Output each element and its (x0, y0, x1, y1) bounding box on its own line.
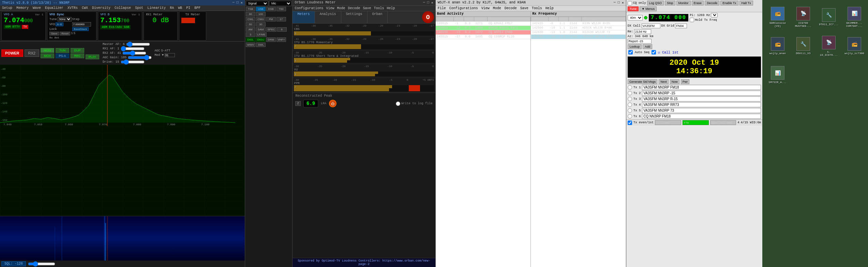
30-btn[interactable]: 30 (256, 22, 266, 27)
band-select[interactable]: 40m (628, 15, 643, 20)
orban-tab-orban[interactable]: Orban (368, 11, 388, 23)
tx4-radio[interactable] (628, 103, 632, 107)
next-btn[interactable]: Next (659, 79, 669, 84)
now-btn[interactable]: Now (670, 79, 679, 84)
tun-button[interactable]: TUN (56, 48, 69, 53)
tx5-radio[interactable] (628, 108, 632, 113)
pi-select[interactable]: ▲ ▼ (711, 13, 718, 17)
log-qso-btn[interactable]: Log QSO (647, 1, 664, 5)
mic-select[interactable]: Mic (269, 1, 291, 6)
17-btn[interactable]: 17 (276, 17, 286, 21)
wwv-btn[interactable]: WWV (246, 43, 255, 47)
fm-btn[interactable]: FM (266, 17, 276, 21)
orban-tab-settings[interactable]: Settings (341, 11, 368, 23)
wsjtx-menu-decode[interactable]: Decode (505, 6, 517, 10)
orban-tab-analysis[interactable]: Analysis (315, 11, 341, 23)
lfme-btn[interactable]: LF/ME (256, 32, 267, 37)
menu-memory[interactable]: Memory (16, 6, 29, 10)
menu-wb[interactable]: WB (178, 6, 182, 10)
erase-btn[interactable]: Erase (692, 1, 704, 5)
desktop-icon-5-10[interactable]: 📡 5-10_IC970... (817, 32, 841, 60)
signal-select[interactable]: Signal (246, 1, 268, 6)
wsjtx-menu-help[interactable]: Help (545, 6, 554, 10)
orban-menu-config[interactable]: Configurations (295, 6, 323, 10)
orban-minimize-icon[interactable]: ─ (423, 1, 425, 5)
waterfall-container[interactable] (0, 216, 245, 261)
tsb-btn[interactable]: TSB (246, 7, 255, 11)
menu-pi[interactable]: PI (186, 6, 190, 10)
write-log-radio[interactable] (396, 101, 400, 106)
3-btn[interactable]: 3 (246, 32, 255, 37)
menu-collapse[interactable]: Collapse (115, 6, 131, 10)
tx6-field[interactable] (642, 114, 761, 119)
table-row[interactable]: 143515 -13 0.3 1472 CQ N8TBJ EM88 (436, 30, 530, 35)
mon-button[interactable]: MON (41, 48, 54, 53)
menu-wave[interactable]: Wave (33, 6, 41, 10)
orban-close-icon[interactable]: ✕ (431, 1, 433, 5)
wsjtx-menu-save[interactable]: Save (520, 6, 528, 10)
orban-menu-decode[interactable]: Decode (348, 6, 360, 10)
table-row[interactable]: 143515 -1 0.3 1271 CQ K9VAJ FM17 (436, 21, 530, 26)
vfo-a-freq[interactable]: 7.074 (4, 16, 24, 24)
tune-red-btn[interactable]: Tune (628, 6, 639, 11)
80-btn[interactable]: 80 (246, 12, 255, 16)
reset-btn[interactable]: Reset (60, 32, 70, 35)
wsjtx-menu-view[interactable]: View (481, 6, 490, 10)
cwl-btn[interactable]: CWL (246, 17, 255, 21)
cwu-btn[interactable]: CWU (256, 17, 266, 21)
menu-bpf[interactable]: BPF (194, 6, 200, 10)
digl-btn[interactable]: DIGL (246, 37, 255, 42)
t60-btn[interactable]: T60 (276, 7, 286, 11)
drm-btn[interactable]: DRM (266, 37, 276, 42)
vfo-b-freq[interactable]: 7.153 (100, 16, 121, 24)
bandstack-btn[interactable]: BandStack (72, 27, 89, 31)
tx2-radio[interactable] (628, 91, 632, 95)
dx-grid-input[interactable] (675, 23, 687, 28)
desktop-icon-wsjty-ic7300[interactable]: 📻 wsjty_ic7300 (842, 32, 866, 60)
menu-ra[interactable]: RA (170, 6, 174, 10)
wsjtx-menu-tools[interactable]: Tools (532, 6, 542, 10)
menu-setup[interactable]: Setup (2, 6, 12, 10)
ab-btn[interactable]: A→B (56, 22, 63, 26)
drive-slider[interactable] (121, 60, 145, 64)
orban-menu-mode[interactable]: Mode (337, 6, 345, 10)
cq-only-checkbox[interactable] (628, 1, 632, 5)
orban-tab-meters[interactable]: Meters (293, 11, 315, 23)
wsjtx-menu-file[interactable]: File (438, 6, 446, 10)
menu-linearity[interactable]: Linearity (147, 6, 166, 10)
add-btn[interactable]: Add (643, 44, 652, 49)
tx5-field[interactable] (642, 108, 761, 113)
dsb-btn[interactable]: DSB (266, 7, 276, 11)
60-btn[interactable]: 60 (246, 22, 255, 27)
6-btn[interactable]: 6 (277, 27, 287, 32)
power-orban-btn[interactable]: ⏻ (329, 100, 336, 107)
desktop-icon-ddutil[interactable]: 🔧 DDUtil_V3 (791, 32, 815, 60)
minimize-icon[interactable]: ─ (233, 1, 235, 5)
spectrum-container[interactable]: -40 -60 -80 -100 -120 -140 -160 7.040 7.… (0, 65, 245, 216)
wsjtx-minimize-icon[interactable]: ─ (614, 1, 616, 5)
close-icon[interactable]: ✕ (241, 1, 243, 5)
orban-menu-save[interactable]: Save (363, 6, 371, 10)
stop-btn[interactable]: Stop (665, 1, 675, 5)
wsjtx-maximize-icon[interactable]: □ (618, 1, 620, 5)
vhf-btn[interactable]: VHF+ (276, 37, 286, 42)
desktop-icon-9t011[interactable]: 🔧 9T011_IC7... (817, 3, 841, 31)
table-row[interactable]: 143515 -17 0.0 1495 CQ CO8RCP FL20 (436, 35, 530, 39)
tx2-field[interactable] (642, 91, 761, 96)
rx2-button[interactable]: RX2 (25, 49, 39, 57)
pwr-btn[interactable]: Pwr (681, 79, 690, 84)
usb-btn[interactable]: USB (256, 7, 266, 11)
am-btn[interactable]: AM (246, 27, 255, 32)
orban-menu-view[interactable]: View (326, 6, 334, 10)
orban-maximize-icon[interactable]: □ (427, 1, 429, 5)
report-input[interactable] (628, 39, 652, 44)
menu-cwx[interactable]: CWX (82, 6, 88, 10)
tx4-field[interactable] (642, 102, 761, 107)
sql-slider[interactable] (28, 262, 55, 266)
table-row[interactable]: 142630 -13 1.0 2144 KI2630 W5JJR 73 (531, 30, 626, 35)
desktop-icon-skimmer[interactable]: 📊 SKIMMER... COM7D0T... (842, 3, 866, 31)
tx6-radio[interactable] (628, 114, 632, 119)
tx3-radio[interactable] (628, 97, 632, 101)
tx3-field[interactable] (642, 96, 761, 101)
desktop-icon-sm7sir[interactable]: 📊 SM7SIR_A... (766, 61, 790, 89)
